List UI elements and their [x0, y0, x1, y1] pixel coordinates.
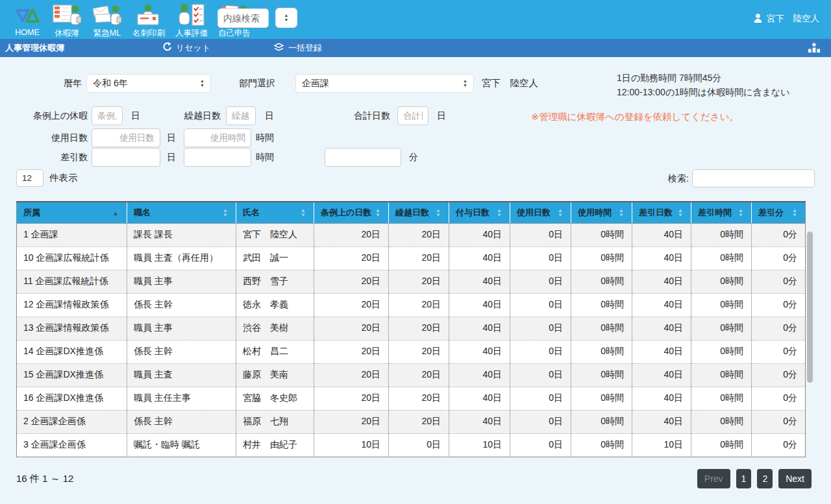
table-cell: 40日 [449, 317, 510, 340]
table-cell: 20日 [389, 340, 449, 363]
table-cell: 40日 [449, 246, 510, 270]
total-input[interactable] [397, 106, 428, 125]
select-arrows-icon: ▲▼ [463, 79, 467, 88]
table-row[interactable]: 1 企画課課長 課長宮下 陸空人20日20日40日0日0時間40日0時間0分 [17, 223, 806, 246]
column-header-4[interactable]: 条例上の日数▲▼ [314, 202, 389, 223]
nav-leave-book[interactable]: 休暇簿 [52, 0, 82, 39]
column-header-2[interactable]: 職名▲▼ [127, 202, 236, 223]
table-row[interactable]: 16 企画課DX推進係職員 主任主事宮脇 冬史郎20日20日40日0日0時間40… [17, 387, 806, 410]
table-cell: 0分 [752, 433, 806, 457]
used-days-input[interactable] [92, 128, 160, 147]
column-header-7[interactable]: 使用日数▲▼ [510, 202, 571, 223]
table-cell: 0時間 [571, 387, 632, 410]
table-scrollbar[interactable] [807, 232, 813, 383]
statutory-input[interactable] [92, 106, 123, 125]
table-cell: 0日 [510, 387, 571, 410]
column-label: 使用時間 [578, 208, 612, 217]
home-logo-icon [13, 3, 42, 27]
statutory-label: 条例上の休暇 [26, 106, 88, 125]
table-cell: 渋谷 美樹 [236, 317, 314, 340]
table-cell: 0時間 [571, 363, 632, 387]
table-row[interactable]: 14 企画課DX推進係係長 主幹松村 昌二20日20日40日0日0時間40日0時… [17, 340, 806, 363]
year-label: 暦年 [26, 74, 82, 93]
total-label: 合計日数 [351, 106, 390, 125]
carryover-input[interactable] [226, 106, 256, 125]
sort-icon: ▲▼ [558, 208, 563, 217]
balance-days-input[interactable] [92, 148, 160, 167]
department-select[interactable]: 企画課 ▲▼ [295, 74, 474, 93]
column-header-11[interactable]: 差引分▲▼ [752, 202, 806, 223]
nav-business-card[interactable]: 名刺印刷 [132, 0, 165, 39]
table-cell: 課長 課長 [127, 223, 236, 246]
next-page-button[interactable]: Next [778, 469, 812, 488]
column-header-10[interactable]: 差引時間▲▼ [691, 202, 752, 223]
column-header-8[interactable]: 使用時間▲▼ [571, 202, 632, 223]
column-header-5[interactable]: 繰越日数▲▼ [389, 202, 449, 223]
table-cell: 20日 [314, 317, 389, 340]
unit-day: 日 [167, 148, 176, 167]
table-cell: 武田 誠一 [236, 246, 314, 270]
table-cell: 0日 [389, 433, 449, 457]
result-summary: 16 件 1 ～ 12 [16, 473, 73, 485]
table-cell: 職員 主任主事 [127, 387, 236, 410]
table-cell: 藤原 美南 [236, 363, 314, 387]
worktime-info-line1: 1日の勤務時間 7時間45分 [617, 73, 721, 84]
nav-label: 休暇簿 [55, 28, 79, 39]
table-cell: 20日 [389, 317, 449, 340]
bulk-register-button[interactable]: 一括登録 [273, 39, 322, 57]
prev-page-button[interactable]: Prev [697, 469, 730, 488]
table-cell: 40日 [449, 223, 510, 246]
reset-button[interactable]: リセット [162, 39, 210, 57]
table-cell: 3 企画課企画係 [17, 433, 127, 457]
page-1-button[interactable]: 1 [736, 469, 752, 488]
table-cell: 40日 [632, 363, 691, 387]
extension-search-input[interactable] [217, 8, 269, 28]
table-cell: 11 企画課広報統計係 [17, 270, 127, 293]
used-hours-input[interactable] [184, 128, 251, 147]
table-search-input[interactable] [692, 169, 815, 187]
column-header-6[interactable]: 付与日数▲▼ [449, 202, 510, 223]
column-header-3[interactable]: 氏名▲▼ [236, 202, 314, 223]
table-cell: 40日 [632, 387, 691, 410]
nav-home[interactable]: HOME [13, 0, 42, 39]
table-row[interactable]: 11 企画課広報統計係職員 主事西野 雪子20日20日40日0日0時間40日0時… [17, 270, 806, 293]
table-cell: 20日 [314, 223, 389, 246]
unit-minute: 分 [409, 148, 418, 167]
table-cell: 40日 [449, 387, 510, 410]
table-cell: 0時間 [691, 293, 752, 317]
table-row[interactable]: 2 企画課企画係係長 主幹福原 七翔20日20日40日0日0時間40日0時間0分 [17, 410, 806, 433]
table-row[interactable]: 13 企画課情報政策係職員 主事渋谷 美樹20日20日40日0日0時間40日0時… [17, 317, 806, 340]
table-cell: 40日 [449, 270, 510, 293]
table-cell: 20日 [389, 363, 449, 387]
sitemap-icon[interactable] [808, 42, 821, 56]
user-menu[interactable]: 宮下 陸空人 [754, 13, 819, 25]
table-row[interactable]: 15 企画課DX推進係職員 主査藤原 美南20日20日40日0日0時間40日0時… [17, 363, 806, 387]
column-header-1[interactable]: 所属▲ [17, 202, 127, 223]
table-cell: 10日 [314, 433, 389, 457]
table-row[interactable]: 10 企画課広報統計係職員 主査（再任用）武田 誠一20日20日40日0日0時間… [17, 246, 806, 270]
page-2-button[interactable]: 2 [757, 469, 773, 488]
department-label: 部門選択 [239, 74, 277, 93]
table-cell: 40日 [632, 410, 691, 433]
nav-hr-evaluation[interactable]: 人事評価 [175, 0, 208, 39]
extension-search-select[interactable]: ▲▼ [275, 8, 297, 28]
sort-icon: ▲▼ [678, 208, 683, 217]
year-select[interactable]: 令和 6年 ▲▼ [86, 74, 211, 93]
page-size-input[interactable] [16, 169, 43, 187]
nav-emergency-ml[interactable]: 緊急ML [92, 0, 122, 39]
column-label: 付与日数 [456, 208, 490, 217]
table-cell: 0分 [752, 246, 806, 270]
table-row[interactable]: 12 企画課情報政策係係長 主幹徳永 孝義20日20日40日0日0時間40日0時… [17, 293, 806, 317]
balance-minutes-input[interactable] [325, 148, 401, 167]
table-cell: 0時間 [691, 317, 752, 340]
table-cell: 10日 [632, 433, 691, 457]
table-cell: 0分 [752, 223, 806, 246]
table-cell: 宮脇 冬史郎 [236, 387, 314, 410]
sort-icon: ▲▼ [375, 208, 380, 217]
carryover-label: 繰越日数 [182, 106, 221, 125]
table-cell: 40日 [632, 293, 691, 317]
table-cell: 0時間 [691, 340, 752, 363]
column-header-9[interactable]: 差引日数▲▼ [632, 202, 691, 223]
balance-hours-input[interactable] [184, 148, 251, 167]
table-row[interactable]: 3 企画課企画係嘱託・臨時 嘱託村井 由紀子10日0日10日0日0時間10日0時… [17, 433, 806, 457]
